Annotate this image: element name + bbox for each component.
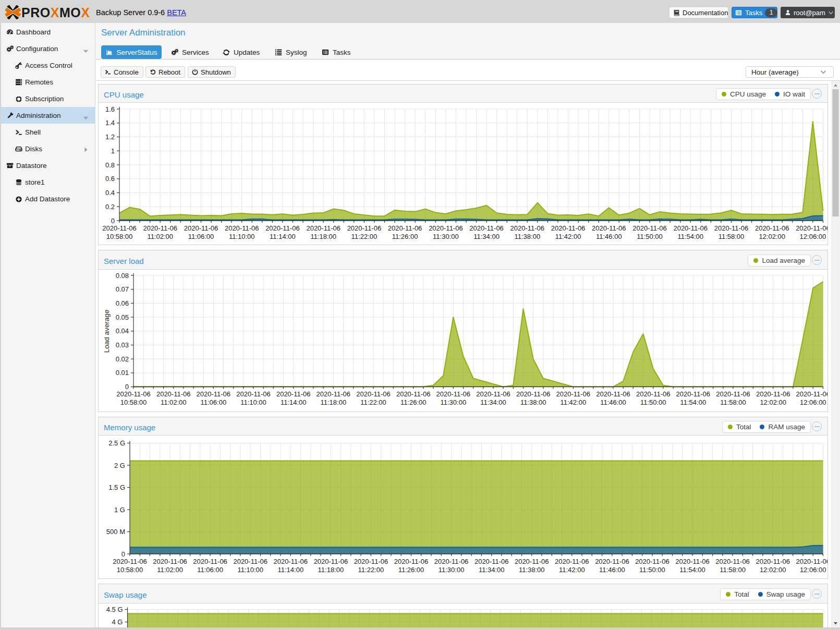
svg-text:11:42:00: 11:42:00: [559, 566, 585, 574]
svg-text:11:18:00: 11:18:00: [310, 233, 336, 240]
svg-text:11:02:00: 11:02:00: [157, 566, 183, 574]
svg-text:11:26:00: 11:26:00: [400, 398, 427, 406]
svg-text:2020-11-06: 2020-11-06: [184, 224, 218, 232]
svg-text:1.2: 1.2: [105, 133, 115, 141]
svg-text:2020-11-06: 2020-11-06: [354, 558, 388, 565]
svg-text:2020-11-06: 2020-11-06: [515, 558, 549, 565]
svg-text:2020-11-06: 2020-11-06: [635, 558, 669, 565]
svg-text:2020-11-06: 2020-11-06: [510, 224, 545, 232]
svg-text:11:06:00: 11:06:00: [188, 233, 214, 240]
svg-text:2020-11-06: 2020-11-06: [636, 390, 671, 398]
svg-text:0.03: 0.03: [116, 341, 129, 349]
svg-text:2020-11-06: 2020-11-06: [236, 390, 271, 398]
svg-text:11:14:00: 11:14:00: [270, 233, 296, 240]
svg-text:2020-11-06: 2020-11-06: [755, 224, 789, 232]
svg-text:12:06:00: 12:06:00: [800, 566, 826, 574]
svg-text:12:02:00: 12:02:00: [760, 566, 786, 574]
svg-text:2020-11-06: 2020-11-06: [153, 558, 187, 565]
svg-text:11:22:00: 11:22:00: [358, 566, 384, 574]
svg-text:1.4: 1.4: [105, 119, 115, 127]
svg-text:2020-11-06: 2020-11-06: [156, 390, 191, 398]
svg-text:2020-11-06: 2020-11-06: [436, 390, 471, 398]
svg-text:11:26:00: 11:26:00: [398, 566, 424, 574]
svg-text:2020-11-06: 2020-11-06: [276, 390, 311, 398]
svg-text:500 M: 500 M: [106, 528, 125, 536]
svg-text:2020-11-06: 2020-11-06: [469, 224, 504, 232]
svg-text:2020-11-06: 2020-11-06: [143, 224, 177, 232]
svg-text:2020-11-06: 2020-11-06: [676, 390, 711, 398]
svg-text:12:06:00: 12:06:00: [800, 398, 826, 406]
svg-text:2020-11-06: 2020-11-06: [756, 390, 790, 398]
svg-text:2020-11-06: 2020-11-06: [796, 390, 827, 398]
svg-text:11:42:00: 11:42:00: [560, 398, 586, 406]
svg-text:0.04: 0.04: [116, 327, 129, 335]
svg-text:2020-11-06: 2020-11-06: [474, 558, 509, 565]
svg-text:2020-11-06: 2020-11-06: [356, 390, 391, 398]
svg-text:11:30:00: 11:30:00: [440, 398, 466, 406]
svg-text:11:38:00: 11:38:00: [519, 566, 545, 574]
svg-text:11:18:00: 11:18:00: [318, 566, 344, 574]
svg-text:11:14:00: 11:14:00: [281, 398, 307, 406]
svg-text:2020-11-06: 2020-11-06: [113, 558, 147, 565]
svg-text:12:06:00: 12:06:00: [800, 233, 826, 240]
svg-text:11:54:00: 11:54:00: [680, 398, 706, 406]
svg-text:0: 0: [111, 217, 115, 225]
svg-text:11:30:00: 11:30:00: [433, 233, 459, 240]
svg-text:2020-11-06: 2020-11-06: [394, 558, 429, 565]
svg-text:11:50:00: 11:50:00: [637, 233, 663, 240]
svg-text:0.05: 0.05: [116, 313, 129, 321]
svg-text:2020-11-06: 2020-11-06: [233, 558, 267, 565]
svg-text:2020-11-06: 2020-11-06: [274, 558, 308, 565]
svg-text:2020-11-06: 2020-11-06: [551, 224, 586, 232]
svg-text:2020-11-06: 2020-11-06: [396, 390, 431, 398]
svg-text:11:46:00: 11:46:00: [596, 233, 622, 240]
svg-text:0: 0: [121, 550, 125, 558]
svg-text:4 G: 4 G: [112, 618, 123, 626]
svg-text:2020-11-06: 2020-11-06: [476, 390, 510, 398]
svg-text:11:42:00: 11:42:00: [555, 233, 581, 240]
svg-text:2020-11-06: 2020-11-06: [796, 558, 827, 565]
svg-text:0.2: 0.2: [105, 203, 115, 211]
svg-text:0.06: 0.06: [116, 299, 129, 307]
svg-text:2020-11-06: 2020-11-06: [116, 390, 151, 398]
svg-text:11:06:00: 11:06:00: [200, 398, 226, 406]
svg-text:10:58:00: 10:58:00: [106, 233, 133, 240]
svg-text:1.5 G: 1.5 G: [108, 483, 125, 491]
svg-text:2020-11-06: 2020-11-06: [434, 558, 469, 565]
svg-text:11:22:00: 11:22:00: [360, 398, 386, 406]
svg-text:12:02:00: 12:02:00: [760, 398, 786, 406]
svg-text:0.4: 0.4: [105, 189, 115, 197]
svg-text:4.5 G: 4.5 G: [106, 606, 123, 613]
svg-text:1: 1: [111, 147, 115, 155]
svg-text:0.01: 0.01: [116, 369, 129, 377]
svg-text:2020-11-06: 2020-11-06: [673, 224, 708, 232]
svg-text:2020-11-06: 2020-11-06: [347, 224, 382, 232]
svg-text:11:34:00: 11:34:00: [479, 566, 505, 574]
svg-text:11:54:00: 11:54:00: [677, 233, 703, 240]
svg-text:2020-11-06: 2020-11-06: [316, 390, 351, 398]
svg-text:2020-11-06: 2020-11-06: [556, 390, 591, 398]
svg-text:2020-11-06: 2020-11-06: [756, 558, 790, 565]
svg-text:11:50:00: 11:50:00: [640, 398, 666, 406]
svg-text:11:18:00: 11:18:00: [320, 398, 346, 406]
svg-text:0: 0: [125, 383, 129, 391]
svg-text:Load average: Load average: [103, 310, 111, 353]
svg-text:11:38:00: 11:38:00: [520, 398, 546, 406]
svg-text:11:26:00: 11:26:00: [392, 233, 418, 240]
svg-text:2020-11-06: 2020-11-06: [675, 558, 710, 565]
svg-text:2020-11-06: 2020-11-06: [796, 224, 827, 232]
svg-text:11:22:00: 11:22:00: [351, 233, 378, 240]
svg-text:12:02:00: 12:02:00: [759, 233, 785, 240]
svg-text:11:02:00: 11:02:00: [161, 398, 187, 406]
svg-text:2020-11-06: 2020-11-06: [516, 390, 551, 398]
svg-text:2020-11-06: 2020-11-06: [306, 224, 340, 232]
svg-text:10:58:00: 10:58:00: [117, 566, 143, 574]
svg-text:2 G: 2 G: [114, 462, 125, 469]
svg-text:11:10:00: 11:10:00: [229, 233, 255, 240]
svg-text:2020-11-06: 2020-11-06: [592, 224, 626, 232]
svg-text:2020-11-06: 2020-11-06: [265, 224, 300, 232]
svg-text:2020-11-06: 2020-11-06: [716, 390, 750, 398]
svg-text:2020-11-06: 2020-11-06: [102, 224, 137, 232]
svg-text:11:50:00: 11:50:00: [639, 566, 665, 574]
svg-text:2020-11-06: 2020-11-06: [596, 390, 630, 398]
